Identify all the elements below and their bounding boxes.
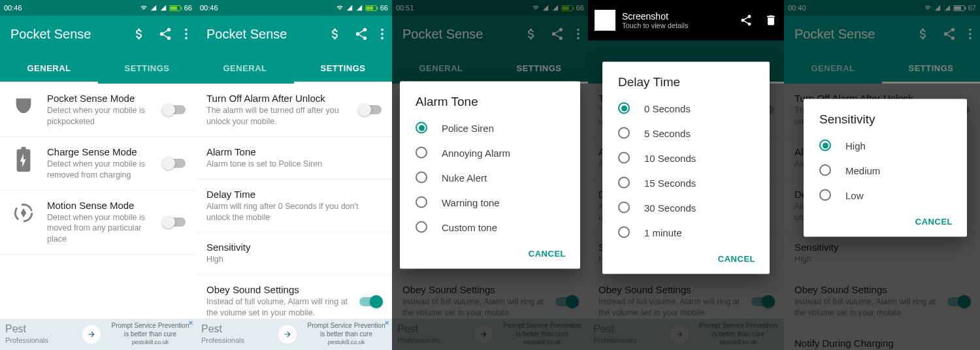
ad-banner[interactable]: PestProfessionals Prompt Service Prevent… — [196, 319, 392, 350]
radio-option[interactable]: 10 Seconds — [602, 146, 770, 170]
radio-option[interactable]: 5 Seconds — [602, 121, 770, 146]
dialog-title: Delay Time — [602, 75, 770, 96]
pocket-icon — [10, 93, 37, 119]
list-item[interactable]: Charge Sense Mode Detect when your mobil… — [0, 137, 196, 191]
signal-icon — [355, 5, 363, 11]
tab-general[interactable]: GENERAL — [196, 52, 294, 84]
radio-option[interactable]: 30 Seconds — [602, 195, 770, 220]
wifi-icon — [336, 5, 344, 11]
svg-rect-8 — [366, 6, 373, 9]
app-bar: Pocket Sense — [0, 16, 196, 52]
svg-point-11 — [381, 33, 384, 35]
radio-label: Police Siren — [442, 122, 494, 133]
item-title: Charge Sense Mode — [47, 146, 153, 157]
arrow-icon — [278, 325, 297, 343]
status-time: 00:46 — [200, 4, 218, 12]
dollar-icon[interactable] — [328, 27, 342, 41]
status-icons: 66 — [336, 4, 388, 12]
toggle-switch[interactable] — [163, 217, 186, 227]
radio-option[interactable]: Warning tone — [400, 190, 580, 215]
cancel-button[interactable]: CANCEL — [909, 212, 959, 232]
battery-icon — [169, 5, 182, 12]
toggle-switch[interactable] — [359, 105, 382, 114]
share-icon[interactable] — [354, 27, 368, 41]
dollar-icon[interactable] — [132, 27, 146, 41]
status-bar: 00:46 66 — [196, 0, 392, 16]
share-icon[interactable] — [740, 14, 753, 27]
notif-title: Screenshot — [622, 11, 733, 22]
radio-icon — [618, 103, 630, 114]
ad-banner[interactable]: PestProfessionals Prompt Service Prevent… — [0, 319, 196, 350]
radio-icon — [416, 147, 427, 159]
svg-point-5 — [185, 37, 188, 40]
svg-point-3 — [185, 29, 188, 31]
radio-icon — [819, 165, 831, 176]
tab-settings[interactable]: SETTINGS — [294, 52, 392, 84]
item-title: Motion Sense Mode — [47, 200, 153, 211]
item-title: Delay Time — [206, 189, 382, 200]
radio-option[interactable]: Low — [804, 183, 967, 208]
list-item[interactable]: Alarm ToneAlarm tone is set to Police Si… — [196, 137, 392, 180]
item-title: Sensitivity — [206, 242, 382, 253]
cancel-button[interactable]: CANCEL — [522, 244, 572, 264]
radio-label: 10 Seconds — [644, 152, 696, 163]
cancel-button[interactable]: CANCEL — [711, 249, 762, 269]
motion-icon — [10, 200, 37, 226]
list-item[interactable]: Motion Sense Mode Detect when your mobil… — [0, 191, 196, 255]
battery-percent: 66 — [380, 4, 388, 12]
radio-label: Warning tone — [442, 197, 500, 208]
radio-option[interactable]: 1 minute — [602, 220, 770, 245]
dialog-title: Alarm Tone — [400, 95, 580, 116]
toggle-switch[interactable] — [163, 159, 186, 168]
svg-point-12 — [381, 37, 384, 40]
overflow-icon[interactable] — [184, 27, 188, 41]
item-title: Turn Off Alarm After Unlock — [206, 93, 349, 104]
radio-label: High — [845, 140, 866, 151]
tab-settings[interactable]: SETTINGS — [98, 52, 196, 84]
list-item[interactable]: Obey Sound SettingsInstead of full volum… — [196, 275, 392, 319]
list-item[interactable]: Turn Off Alarm After UnlockThe alarm wil… — [196, 84, 392, 137]
sensitivity-dialog: Sensitivity HighMediumLow CANCEL — [804, 99, 967, 237]
ad-close-icon[interactable]: ✕ — [188, 320, 195, 326]
toggle-switch[interactable] — [163, 105, 186, 114]
item-title: Alarm Tone — [206, 146, 382, 157]
list-item[interactable]: Delay TimeAlarm will ring after 0 Second… — [196, 180, 392, 233]
share-icon[interactable] — [158, 27, 172, 41]
radio-label: 0 Seconds — [644, 103, 691, 114]
radio-option[interactable]: High — [804, 133, 967, 158]
thumbnail-icon — [595, 10, 615, 31]
radio-option[interactable]: 0 Seconds — [602, 96, 770, 121]
ad-close-icon[interactable]: ✕ — [384, 320, 391, 326]
item-title: Obey Sound Settings — [206, 284, 349, 295]
radio-option[interactable]: 15 Seconds — [602, 170, 770, 195]
radio-icon — [618, 227, 630, 238]
radio-option[interactable]: Custom tone — [400, 215, 580, 240]
item-sub: Detect when your mobile is removed from … — [47, 159, 153, 181]
list-item[interactable]: Pocket Sense Mode Detect when your mobil… — [0, 84, 196, 137]
toggle-switch[interactable] — [359, 297, 382, 306]
radio-option[interactable]: Medium — [804, 158, 967, 183]
screen-settings: 00:46 66 Pocket Sense GENERAL SETTINGS T… — [196, 0, 392, 350]
list-item[interactable]: SensitivityHigh — [196, 232, 392, 275]
radio-label: 30 Seconds — [644, 202, 696, 213]
radio-icon — [618, 127, 630, 139]
app-bar: Pocket Sense — [196, 16, 392, 52]
radio-label: Low — [845, 189, 864, 200]
item-sub: Alarm tone is set to Police Siren — [206, 159, 382, 170]
status-icons: 66 — [140, 4, 192, 12]
radio-option[interactable]: Nuke Alert — [400, 165, 580, 190]
radio-icon — [618, 177, 630, 189]
screen-sensitivity-dialog: 00:40 67 Pocket Sense GENERAL SETTINGS T… — [784, 0, 980, 350]
overflow-icon[interactable] — [380, 27, 384, 41]
radio-option[interactable]: Police Siren — [400, 116, 580, 140]
tab-general[interactable]: GENERAL — [0, 52, 98, 84]
screenshot-notification[interactable]: Screenshot Touch to view details — [588, 0, 784, 40]
svg-rect-9 — [377, 7, 378, 9]
item-sub: Alarm will ring after 0 Seconds if you d… — [206, 201, 382, 223]
radio-label: 15 Seconds — [644, 177, 696, 188]
trash-icon[interactable] — [764, 14, 777, 27]
tabs: GENERAL SETTINGS — [196, 52, 392, 84]
radio-icon — [618, 152, 630, 164]
screen-alarm-tone-dialog: 00:51 66 Pocket Sense GENERAL SETTINGS T… — [392, 0, 588, 350]
radio-option[interactable]: Annoying Alarm — [400, 140, 580, 165]
